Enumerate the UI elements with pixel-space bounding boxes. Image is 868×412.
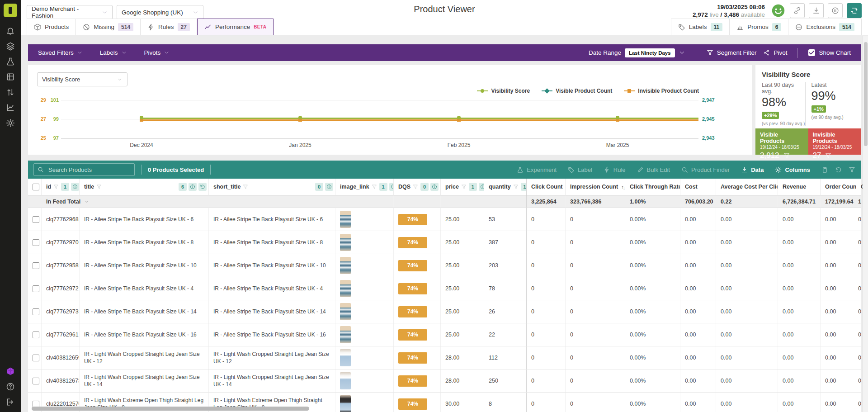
cell-image-link[interactable] — [335, 208, 394, 231]
dqs-score-badge[interactable]: 74% — [398, 260, 427, 271]
table-row[interactable]: clq77762961IR - Ailee Stripe Tie Back Pl… — [28, 323, 861, 346]
column-rule-count-badge[interactable]: 1 — [521, 183, 526, 191]
product-thumbnail[interactable] — [340, 349, 351, 366]
row-checkbox[interactable] — [33, 331, 39, 338]
column-header-price[interactable]: price1 — [441, 179, 484, 195]
column-header-acpc[interactable]: Average Cost Per Click — [716, 179, 778, 195]
column-header-select[interactable] — [28, 179, 42, 195]
column-rule-count-badge[interactable]: 1 — [469, 183, 477, 191]
column-rule-count-badge[interactable]: 0 — [420, 183, 429, 191]
tab-rules[interactable]: Rules 27 — [141, 19, 197, 35]
cell-dqs[interactable]: 74% — [394, 231, 441, 254]
product-thumbnail[interactable] — [340, 234, 351, 251]
dqs-score-badge[interactable]: 74% — [398, 283, 427, 294]
column-filter-funnel-icon[interactable] — [461, 184, 467, 189]
dqs-score-badge[interactable]: 74% — [398, 352, 427, 364]
info-icon[interactable] — [389, 183, 394, 191]
row-checkbox[interactable] — [33, 285, 39, 292]
column-header-id[interactable]: id1 — [42, 179, 80, 195]
tab-performance[interactable]: Performance BETA — [197, 19, 274, 35]
table-row[interactable]: clv403812659IR - Light Wash Cropped Stra… — [28, 346, 861, 369]
column-header-short_title[interactable]: short_title0 — [209, 179, 335, 195]
info-icon[interactable] — [325, 183, 333, 191]
product-thumbnail[interactable] — [340, 395, 351, 412]
column-filter-funnel-icon[interactable] — [413, 184, 418, 189]
product-thumbnail[interactable] — [340, 257, 351, 274]
vertical-scrollbar-thumb[interactable] — [864, 42, 868, 146]
funnel-icon[interactable] — [849, 166, 855, 173]
filter-menu-pivots[interactable]: Pivots — [144, 49, 170, 56]
layers-icon[interactable] — [6, 42, 15, 51]
dqs-score-badge[interactable]: 74% — [398, 214, 427, 225]
product-thumbnail[interactable] — [340, 326, 351, 343]
column-rule-count-badge[interactable]: 0 — [315, 183, 323, 191]
row-checkbox[interactable] — [33, 239, 39, 246]
action-product-finder[interactable]: Product Finder — [681, 166, 730, 173]
undo-icon[interactable] — [835, 166, 842, 173]
filter-menu-labels[interactable]: Labels — [100, 49, 127, 56]
info-icon[interactable] — [430, 183, 439, 191]
product-thumbnail[interactable] — [340, 372, 351, 389]
column-header-revenue[interactable]: Revenue — [778, 179, 821, 195]
action-label[interactable]: Label — [568, 166, 592, 173]
segment-filter-button[interactable]: Segment Filter — [707, 49, 757, 56]
action-bulk-edit[interactable]: Bulk Edit — [637, 166, 670, 173]
cell-dqs[interactable]: 74% — [394, 369, 441, 392]
column-filter-funnel-icon[interactable] — [513, 184, 519, 189]
tab-missing[interactable]: Missing 514 — [76, 19, 141, 35]
table-row[interactable]: clq77762972IR - Ailee Stripe Tie Back Pl… — [28, 277, 861, 300]
cube-3d-icon[interactable] — [6, 367, 15, 376]
trend-chart-icon[interactable] — [6, 103, 15, 112]
logout-icon[interactable] — [6, 398, 15, 407]
funnel-icon[interactable] — [825, 152, 831, 159]
date-range[interactable]: Date Range Last Ninety Days — [589, 48, 685, 57]
cell-dqs[interactable]: 74% — [394, 393, 441, 412]
flask-icon[interactable] — [6, 57, 15, 66]
filter-menu-saved-filters[interactable]: Saved Filters — [38, 49, 83, 56]
show-chart-toggle[interactable]: Show Chart — [808, 49, 851, 56]
data-point-circle[interactable] — [140, 116, 143, 119]
tab-promos[interactable]: Promos 6 — [730, 19, 788, 35]
funnel-icon[interactable] — [783, 152, 790, 159]
cell-dqs[interactable]: 74% — [394, 277, 441, 300]
column-header-click_count[interactable]: Click Count — [526, 179, 566, 195]
cell-image-link[interactable] — [335, 231, 394, 254]
cell-dqs[interactable]: 74% — [394, 208, 441, 231]
action-data[interactable]: Data — [741, 166, 764, 173]
column-header-dqs[interactable]: DQS0 — [394, 179, 441, 195]
action-rule[interactable]: Rule — [604, 166, 626, 173]
action-experiment[interactable]: Experiment — [517, 166, 557, 173]
column-rule-count-badge[interactable]: 1 — [379, 183, 387, 191]
pivot-button[interactable]: Pivot — [763, 49, 787, 56]
column-header-impression_count[interactable]: Impression Count↑↓ — [566, 179, 625, 195]
tab-labels[interactable]: Labels 11 — [671, 19, 730, 35]
info-icon[interactable] — [479, 183, 484, 191]
grid-icon[interactable] — [6, 72, 15, 81]
column-filter-funnel-icon[interactable] — [53, 184, 59, 189]
data-point-circle[interactable] — [616, 116, 619, 119]
column-header-partial[interactable]: C — [856, 179, 863, 195]
merchant-select[interactable]: Demo Merchant - Fashion — [27, 5, 113, 19]
column-header-quantity[interactable]: quantity1 — [484, 179, 526, 195]
dqs-score-badge[interactable]: 74% — [398, 398, 427, 410]
search-box[interactable] — [33, 163, 135, 176]
show-chart-checkbox[interactable] — [808, 49, 815, 56]
product-thumbnail[interactable] — [340, 280, 351, 297]
tab-exclusions[interactable]: Exclusions 514 — [788, 19, 862, 35]
data-point-circle[interactable] — [298, 116, 302, 119]
row-checkbox[interactable] — [33, 216, 39, 223]
cell-image-link[interactable] — [335, 277, 394, 300]
visible-products-box[interactable]: Visible Products 19/12/24 - 18/03/25 2,9… — [755, 128, 808, 155]
pause-button[interactable] — [828, 3, 843, 18]
date-range-value[interactable]: Last Ninety Days — [625, 48, 675, 57]
product-thumbnail[interactable] — [340, 211, 351, 228]
dqs-score-badge[interactable]: 74% — [398, 306, 427, 317]
search-input[interactable] — [47, 166, 131, 174]
cell-dqs[interactable]: 74% — [394, 323, 441, 346]
clipboard-icon[interactable] — [821, 166, 828, 173]
dqs-score-badge[interactable]: 74% — [398, 237, 427, 248]
cell-dqs[interactable]: 74% — [394, 254, 441, 277]
table-row[interactable]: clq77762958IR - Ailee Stripe Tie Back Pl… — [28, 254, 861, 277]
cell-dqs[interactable]: 74% — [394, 300, 441, 323]
undo-icon[interactable] — [198, 183, 207, 191]
